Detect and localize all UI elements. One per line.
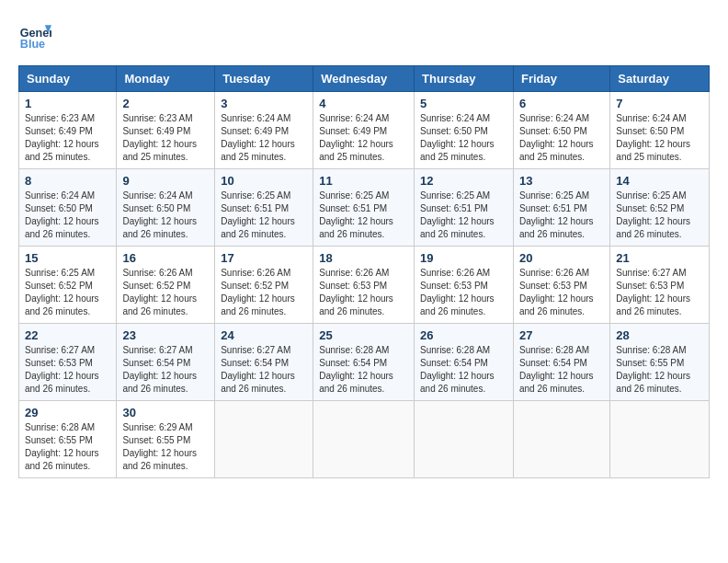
logo-icon: General Blue <box>18 18 51 52</box>
day-info: Sunrise: 6:23 AM Sunset: 6:49 PM Dayligh… <box>122 112 209 164</box>
column-header-saturday: Saturday <box>610 66 710 92</box>
calendar-cell: 3Sunrise: 6:24 AM Sunset: 6:49 PM Daylig… <box>215 92 313 169</box>
calendar-week-row: 15Sunrise: 6:25 AM Sunset: 6:52 PM Dayli… <box>19 247 710 324</box>
day-number: 18 <box>319 251 408 265</box>
day-info: Sunrise: 6:24 AM Sunset: 6:50 PM Dayligh… <box>25 190 110 241</box>
calendar-cell: 16Sunrise: 6:26 AM Sunset: 6:52 PM Dayli… <box>117 247 215 324</box>
day-info: Sunrise: 6:26 AM Sunset: 6:53 PM Dayligh… <box>319 267 408 318</box>
day-info: Sunrise: 6:28 AM Sunset: 6:55 PM Dayligh… <box>25 421 110 473</box>
day-info: Sunrise: 6:25 AM Sunset: 6:51 PM Dayligh… <box>221 190 307 241</box>
calendar-cell: 6Sunrise: 6:24 AM Sunset: 6:50 PM Daylig… <box>513 92 609 169</box>
day-number: 16 <box>122 251 209 265</box>
svg-text:Blue: Blue <box>20 38 45 51</box>
calendar-cell: 20Sunrise: 6:26 AM Sunset: 6:53 PM Dayli… <box>513 247 609 324</box>
calendar-cell: 1Sunrise: 6:23 AM Sunset: 6:49 PM Daylig… <box>19 92 117 169</box>
day-info: Sunrise: 6:27 AM Sunset: 6:54 PM Dayligh… <box>122 344 209 396</box>
day-info: Sunrise: 6:27 AM Sunset: 6:53 PM Dayligh… <box>616 267 703 318</box>
day-number: 9 <box>122 174 209 188</box>
calendar-cell <box>215 401 313 478</box>
calendar-cell <box>610 401 710 478</box>
day-number: 13 <box>519 174 604 188</box>
day-number: 15 <box>25 251 110 265</box>
day-info: Sunrise: 6:24 AM Sunset: 6:49 PM Dayligh… <box>319 112 408 164</box>
calendar-week-row: 8Sunrise: 6:24 AM Sunset: 6:50 PM Daylig… <box>19 169 710 247</box>
calendar-week-row: 22Sunrise: 6:27 AM Sunset: 6:53 PM Dayli… <box>19 324 710 401</box>
day-info: Sunrise: 6:28 AM Sunset: 6:54 PM Dayligh… <box>319 344 408 396</box>
day-info: Sunrise: 6:23 AM Sunset: 6:49 PM Dayligh… <box>25 112 110 164</box>
day-info: Sunrise: 6:24 AM Sunset: 6:49 PM Dayligh… <box>221 112 307 164</box>
logo: General Blue <box>18 18 51 52</box>
day-number: 29 <box>25 406 110 419</box>
day-number: 10 <box>221 174 307 188</box>
calendar-cell: 29Sunrise: 6:28 AM Sunset: 6:55 PM Dayli… <box>19 401 117 478</box>
day-number: 11 <box>319 174 408 188</box>
calendar-cell: 7Sunrise: 6:24 AM Sunset: 6:50 PM Daylig… <box>610 92 710 169</box>
calendar-cell: 13Sunrise: 6:25 AM Sunset: 6:51 PM Dayli… <box>513 169 609 247</box>
day-info: Sunrise: 6:28 AM Sunset: 6:54 PM Dayligh… <box>519 344 604 396</box>
day-info: Sunrise: 6:25 AM Sunset: 6:52 PM Dayligh… <box>25 267 110 318</box>
day-number: 25 <box>319 328 408 342</box>
day-number: 17 <box>221 251 307 265</box>
column-header-thursday: Thursday <box>415 66 514 92</box>
calendar-cell: 28Sunrise: 6:28 AM Sunset: 6:55 PM Dayli… <box>610 324 710 401</box>
day-info: Sunrise: 6:25 AM Sunset: 6:51 PM Dayligh… <box>420 190 507 241</box>
day-info: Sunrise: 6:24 AM Sunset: 6:50 PM Dayligh… <box>616 112 703 164</box>
day-number: 27 <box>519 328 604 342</box>
day-number: 2 <box>122 97 209 110</box>
day-info: Sunrise: 6:26 AM Sunset: 6:52 PM Dayligh… <box>122 267 209 318</box>
column-header-monday: Monday <box>117 66 215 92</box>
day-info: Sunrise: 6:29 AM Sunset: 6:55 PM Dayligh… <box>122 421 209 473</box>
calendar-cell: 2Sunrise: 6:23 AM Sunset: 6:49 PM Daylig… <box>117 92 215 169</box>
day-info: Sunrise: 6:27 AM Sunset: 6:53 PM Dayligh… <box>25 344 110 396</box>
calendar-cell: 22Sunrise: 6:27 AM Sunset: 6:53 PM Dayli… <box>19 324 117 401</box>
day-info: Sunrise: 6:28 AM Sunset: 6:54 PM Dayligh… <box>420 344 507 396</box>
calendar-cell: 25Sunrise: 6:28 AM Sunset: 6:54 PM Dayli… <box>313 324 415 401</box>
day-number: 12 <box>420 174 507 188</box>
calendar-cell: 8Sunrise: 6:24 AM Sunset: 6:50 PM Daylig… <box>19 169 117 247</box>
calendar-cell: 18Sunrise: 6:26 AM Sunset: 6:53 PM Dayli… <box>313 247 415 324</box>
day-number: 6 <box>519 97 604 110</box>
day-info: Sunrise: 6:25 AM Sunset: 6:51 PM Dayligh… <box>319 190 408 241</box>
calendar-cell: 14Sunrise: 6:25 AM Sunset: 6:52 PM Dayli… <box>610 169 710 247</box>
calendar-cell: 12Sunrise: 6:25 AM Sunset: 6:51 PM Dayli… <box>415 169 514 247</box>
day-number: 5 <box>420 97 507 110</box>
calendar-cell: 9Sunrise: 6:24 AM Sunset: 6:50 PM Daylig… <box>117 169 215 247</box>
day-number: 23 <box>122 328 209 342</box>
day-number: 24 <box>221 328 307 342</box>
day-number: 3 <box>221 97 307 110</box>
calendar-cell: 23Sunrise: 6:27 AM Sunset: 6:54 PM Dayli… <box>117 324 215 401</box>
calendar-cell <box>513 401 609 478</box>
day-number: 4 <box>319 97 408 110</box>
calendar-header-row: SundayMondayTuesdayWednesdayThursdayFrid… <box>19 66 710 92</box>
day-info: Sunrise: 6:26 AM Sunset: 6:52 PM Dayligh… <box>221 267 307 318</box>
calendar-cell: 26Sunrise: 6:28 AM Sunset: 6:54 PM Dayli… <box>415 324 514 401</box>
day-number: 26 <box>420 328 507 342</box>
day-info: Sunrise: 6:26 AM Sunset: 6:53 PM Dayligh… <box>519 267 604 318</box>
day-number: 22 <box>25 328 110 342</box>
calendar-cell: 27Sunrise: 6:28 AM Sunset: 6:54 PM Dayli… <box>513 324 609 401</box>
column-header-tuesday: Tuesday <box>215 66 313 92</box>
calendar-cell: 10Sunrise: 6:25 AM Sunset: 6:51 PM Dayli… <box>215 169 313 247</box>
day-info: Sunrise: 6:25 AM Sunset: 6:52 PM Dayligh… <box>616 190 703 241</box>
day-info: Sunrise: 6:25 AM Sunset: 6:51 PM Dayligh… <box>519 190 604 241</box>
day-number: 19 <box>420 251 507 265</box>
calendar-cell: 4Sunrise: 6:24 AM Sunset: 6:49 PM Daylig… <box>313 92 415 169</box>
calendar-cell: 11Sunrise: 6:25 AM Sunset: 6:51 PM Dayli… <box>313 169 415 247</box>
day-number: 14 <box>616 174 703 188</box>
column-header-wednesday: Wednesday <box>313 66 415 92</box>
day-number: 21 <box>616 251 703 265</box>
calendar-cell: 19Sunrise: 6:26 AM Sunset: 6:53 PM Dayli… <box>415 247 514 324</box>
day-info: Sunrise: 6:26 AM Sunset: 6:53 PM Dayligh… <box>420 267 507 318</box>
column-header-sunday: Sunday <box>19 66 117 92</box>
calendar-table: SundayMondayTuesdayWednesdayThursdayFrid… <box>18 65 710 478</box>
column-header-friday: Friday <box>513 66 609 92</box>
calendar-cell: 24Sunrise: 6:27 AM Sunset: 6:54 PM Dayli… <box>215 324 313 401</box>
calendar-cell <box>415 401 514 478</box>
day-number: 1 <box>25 97 110 110</box>
day-number: 20 <box>519 251 604 265</box>
calendar-cell: 21Sunrise: 6:27 AM Sunset: 6:53 PM Dayli… <box>610 247 710 324</box>
calendar-cell: 17Sunrise: 6:26 AM Sunset: 6:52 PM Dayli… <box>215 247 313 324</box>
calendar-week-row: 1Sunrise: 6:23 AM Sunset: 6:49 PM Daylig… <box>19 92 710 169</box>
calendar-cell: 30Sunrise: 6:29 AM Sunset: 6:55 PM Dayli… <box>117 401 215 478</box>
day-number: 7 <box>616 97 703 110</box>
